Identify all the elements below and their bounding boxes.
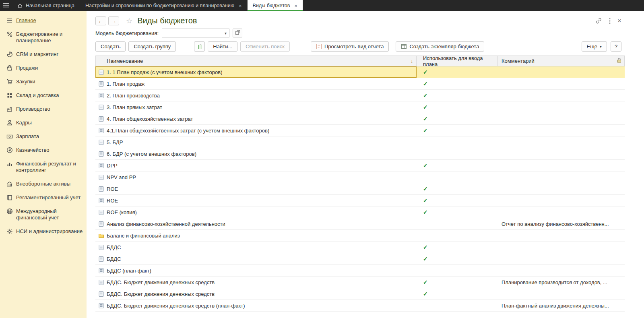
kebab-menu-icon[interactable] bbox=[609, 18, 611, 24]
comment-cell bbox=[498, 101, 614, 113]
table-row[interactable]: 2. План производства ✓ bbox=[95, 90, 625, 101]
create-button[interactable]: Создать bbox=[95, 41, 126, 52]
use-plan-checkmark: ✓ bbox=[423, 244, 428, 250]
sidebar-item-ifrs[interactable]: Международный финансовый учет bbox=[0, 204, 87, 225]
table-row[interactable]: DPP ✓ bbox=[95, 160, 625, 171]
doc-icon bbox=[98, 116, 104, 122]
table-row[interactable]: ROE (копия) ✓ bbox=[95, 206, 625, 218]
sidebar-item-warehouse[interactable]: Склад и доставка bbox=[0, 89, 87, 102]
close-form-icon[interactable]: × bbox=[617, 17, 621, 24]
form-header-actions: × bbox=[595, 17, 621, 24]
sidebar-item-regulated[interactable]: Регламентированный учет bbox=[0, 191, 87, 204]
table-row[interactable]: 1. План продаж ✓ bbox=[95, 78, 625, 90]
sidebar-item-admin[interactable]: НСИ и администрирование bbox=[0, 225, 87, 238]
chevron-down-icon[interactable]: ▾ bbox=[222, 31, 229, 35]
table-row[interactable]: 5. БДР bbox=[95, 136, 625, 148]
use-plan-cell: ✓ bbox=[417, 90, 498, 101]
close-icon[interactable]: × bbox=[294, 3, 297, 9]
use-plan-cell bbox=[417, 218, 498, 229]
find-button[interactable]: Найти... bbox=[208, 41, 237, 52]
assets-icon bbox=[6, 181, 13, 187]
column-header-comment[interactable]: Комментарий bbox=[498, 56, 614, 66]
column-header-name[interactable]: Наименование ↓ bbox=[95, 56, 417, 66]
sidebar-item-hr[interactable]: Кадры bbox=[0, 116, 87, 130]
instance-icon bbox=[401, 43, 407, 50]
tab-budget-types[interactable]: Виды бюджетов × bbox=[248, 0, 303, 11]
main-menu-button[interactable] bbox=[0, 0, 12, 11]
name-cell: ROE (копия) bbox=[95, 206, 417, 218]
page-title: Виды бюджетов bbox=[137, 16, 197, 25]
sidebar-item-main[interactable]: Главное bbox=[0, 14, 87, 27]
table-row[interactable]: БДДС. Бюджет движения денежных средств ✓ bbox=[95, 288, 625, 300]
more-button[interactable]: Еще ▾ bbox=[582, 41, 607, 52]
sidebar-item-label: Производство bbox=[16, 106, 50, 112]
cancel-search-button[interactable]: Отменить поиск bbox=[240, 41, 290, 52]
table-body: 1. 1 План продаж (с учетом внешних факто… bbox=[95, 66, 625, 312]
favorite-star-icon[interactable]: ☆ bbox=[126, 17, 132, 25]
row-name: 1. 1 План продаж (с учетом внешних факто… bbox=[107, 69, 222, 75]
row-comment: Планирование производится от доходов, ..… bbox=[502, 279, 607, 285]
table-row[interactable]: 1. 1 План продаж (с учетом внешних факто… bbox=[95, 66, 625, 78]
column-header-use-plan[interactable]: Использовать для ввода плана bbox=[417, 56, 498, 66]
help-button[interactable]: ? bbox=[611, 41, 621, 52]
row-name: 5. БДР bbox=[107, 139, 123, 145]
doc-icon bbox=[98, 291, 104, 297]
lock-cell bbox=[614, 160, 625, 171]
create-group-button[interactable]: Создать группу bbox=[128, 41, 176, 52]
view-report-button[interactable]: Просмотреть вид отчета bbox=[311, 41, 389, 52]
model-input[interactable] bbox=[162, 29, 222, 37]
close-icon[interactable]: × bbox=[239, 3, 242, 9]
row-name: 4.1.План общехозяйственных затрат (с уче… bbox=[107, 128, 269, 134]
use-plan-cell: ✓ bbox=[417, 288, 498, 299]
lock-cell bbox=[614, 230, 625, 241]
copy-button[interactable] bbox=[194, 41, 205, 52]
model-open-button[interactable] bbox=[233, 29, 242, 37]
lock-cell bbox=[614, 148, 625, 159]
doc-icon bbox=[98, 69, 104, 75]
sidebar-item-budgeting[interactable]: Бюджетирование и планирование bbox=[0, 27, 87, 47]
name-cell: 3. План прямых затрат bbox=[95, 101, 417, 113]
sidebar-item-purchases[interactable]: Закупки bbox=[0, 75, 87, 89]
use-plan-checkmark: ✓ bbox=[423, 209, 428, 215]
doc-icon bbox=[98, 81, 104, 87]
tab-budgeting-settings[interactable]: Настройки и справочники по бюджетировани… bbox=[80, 0, 248, 11]
back-button[interactable]: ← bbox=[95, 17, 106, 25]
doc-icon bbox=[98, 186, 104, 192]
table-row[interactable]: 6. БДР (с учетом внешних факторов) bbox=[95, 148, 625, 160]
tab-home-page[interactable]: Начальная страница bbox=[12, 0, 80, 11]
sidebar-item-label: CRM и маркетинг bbox=[16, 51, 58, 58]
row-name: 6. БДР (с учетом внешних факторов) bbox=[107, 151, 196, 157]
table-row[interactable]: ROE ✓ bbox=[95, 195, 625, 206]
row-name: ROE (копия) bbox=[107, 209, 137, 215]
use-plan-checkmark: ✓ bbox=[423, 127, 428, 134]
lock-cell bbox=[614, 171, 625, 183]
table-row[interactable]: БДДС (план-факт) bbox=[95, 265, 625, 277]
sidebar-item-crm[interactable]: CRM и маркетинг bbox=[0, 47, 87, 61]
table-row[interactable]: Баланс и финансовый анализ bbox=[95, 230, 625, 242]
table-row[interactable]: Анализ финансово-хозяйственной деятельно… bbox=[95, 218, 625, 230]
sidebar-item-finresult[interactable]: Финансовый результат и контроллинг bbox=[0, 157, 87, 177]
sort-descending-icon[interactable]: ↓ bbox=[411, 58, 413, 64]
create-instance-button[interactable]: Создать экземпляр бюджета bbox=[396, 41, 484, 52]
table-row[interactable]: БДДС ✓ bbox=[95, 242, 625, 253]
table-row[interactable]: БДДС. Бюджет движения денежных средств ✓… bbox=[95, 277, 625, 288]
forward-button[interactable]: → bbox=[108, 17, 119, 25]
sidebar-item-sales[interactable]: Продажи bbox=[0, 61, 87, 75]
table-row[interactable]: 4.1.План общехозяйственных затрат (с уче… bbox=[95, 125, 625, 136]
table-row[interactable]: ROE ✓ bbox=[95, 183, 625, 195]
column-header-lock[interactable] bbox=[614, 56, 625, 66]
link-icon[interactable] bbox=[595, 17, 602, 24]
sidebar-item-assets[interactable]: Внеоборотные активы bbox=[0, 177, 87, 191]
sidebar-item-production[interactable]: Производство bbox=[0, 102, 87, 116]
name-cell: БДДС. Бюджет движения денежных средств (… bbox=[95, 300, 417, 311]
table-row[interactable]: NPV and PP bbox=[95, 171, 625, 183]
table-row[interactable]: БДДС. Бюджет движения денежных средств (… bbox=[95, 300, 625, 312]
finresult-icon bbox=[6, 161, 13, 167]
sidebar-item-treasury[interactable]: Казначейство bbox=[0, 143, 87, 157]
use-plan-cell: ✓ bbox=[417, 206, 498, 218]
table-row[interactable]: 3. План прямых затрат ✓ bbox=[95, 101, 625, 113]
table-row[interactable]: БДДС ✓ bbox=[95, 253, 625, 265]
sidebar-item-salary[interactable]: Зарплата bbox=[0, 130, 87, 143]
use-plan-checkmark: ✓ bbox=[423, 197, 428, 204]
table-row[interactable]: 4. План общехозяйственных затрат ✓ bbox=[95, 113, 625, 125]
